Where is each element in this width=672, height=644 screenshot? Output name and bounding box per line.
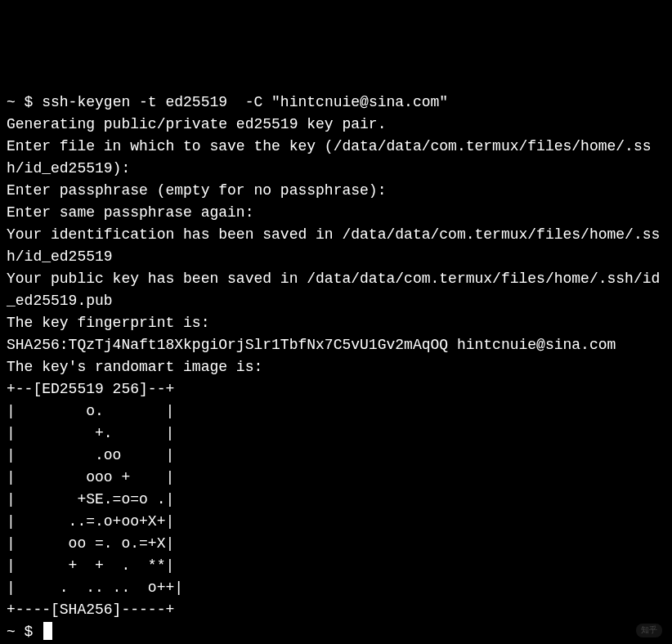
command-line: ~ $ ssh-keygen -t ed25519 -C "hintcnuie@… <box>7 92 665 114</box>
randomart-line: | ..=.o+oo+X+| <box>7 511 665 533</box>
output-line: Your identification has been saved in /d… <box>7 224 665 268</box>
terminal-output[interactable]: ~ $ ssh-keygen -t ed25519 -C "hintcnuie@… <box>7 92 665 643</box>
output-line: SHA256:TQzTj4Naft18XkpgiOrjSlr1TbfNx7C5v… <box>7 334 665 356</box>
randomart-line: | o. | <box>7 400 665 423</box>
shell-prompt: ~ $ <box>7 624 42 640</box>
output-line: The key's randomart image is: <box>7 356 665 378</box>
randomart-line: +----[SHA256]-----+ <box>7 599 665 621</box>
shell-prompt: ~ $ <box>7 94 42 110</box>
prompt-line[interactable]: ~ $ <box>7 621 665 643</box>
command-text: ssh-keygen -t ed25519 -C "hintcnuie@sina… <box>42 94 448 110</box>
output-line: Generating public/private ed25519 key pa… <box>7 114 665 136</box>
cursor-icon <box>43 622 52 640</box>
randomart-line: +--[ED25519 256]--+ <box>7 378 665 400</box>
output-line: Enter same passphrase again: <box>7 202 665 224</box>
randomart-line: | + + . **| <box>7 555 665 577</box>
randomart-line: | +SE.=o=o .| <box>7 489 665 511</box>
randomart-line: | .oo | <box>7 445 665 467</box>
output-line: Enter file in which to save the key (/da… <box>7 136 665 180</box>
randomart-line: | oo =. o.=+X| <box>7 533 665 555</box>
randomart-line: | ooo + | <box>7 467 665 489</box>
output-line: Your public key has been saved in /data/… <box>7 268 665 312</box>
randomart-line: | +. | <box>7 423 665 445</box>
output-line: The key fingerprint is: <box>7 312 665 334</box>
output-line: Enter passphrase (empty for no passphras… <box>7 180 665 202</box>
watermark-badge: 知乎 <box>636 624 662 637</box>
randomart-line: | . .. .. o++| <box>7 577 665 599</box>
